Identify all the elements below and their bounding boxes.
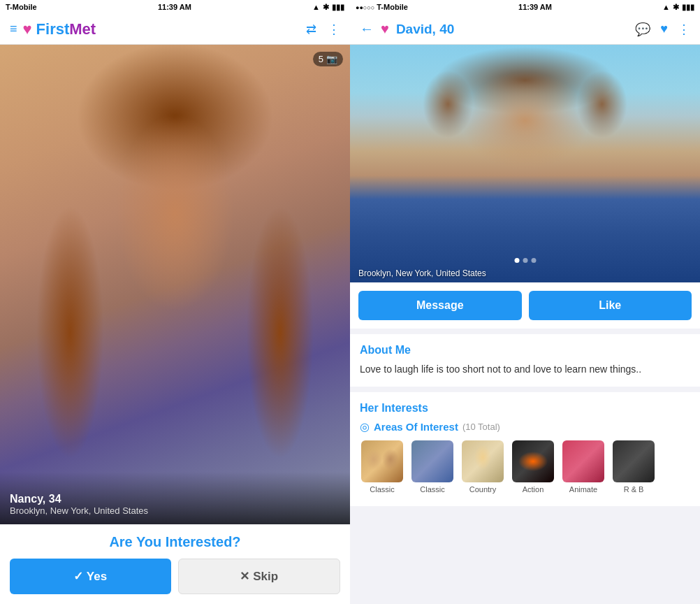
status-bar-right: ●●○○○ T-Mobile 11:39 AM ▲ ✱ ▮▮▮ [350,0,700,14]
interest-thumb-animate [562,440,604,482]
status-bar-left: T-Mobile 11:39 AM ▲ ✱ ▮▮▮ [0,0,350,14]
interest-label-rnb: R & B [624,485,644,494]
interests-header: ◎ Areas Of Interest (10 Total) [360,420,690,433]
time-left: 11:39 AM [158,3,191,11]
status-icons-left: ▲ ✱ ▮▮▮ [312,3,344,12]
interest-thumb-rnb [613,440,655,482]
like-button[interactable]: Like [529,291,692,320]
right-phone: ●●○○○ T-Mobile 11:39 AM ▲ ✱ ▮▮▮ ← ♥ Davi… [350,0,700,604]
profile-card-left: 5 📷 Nancy, 34 Brooklyn, New York, United… [0,45,350,524]
left-phone: T-Mobile 11:39 AM ▲ ✱ ▮▮▮ ≡ ♥ FirstMet ⇄… [0,0,350,604]
more-icon-right[interactable]: ⋮ [678,22,690,37]
profile-title: David, 40 [396,22,628,37]
action-buttons: ✓ Yes ✕ Skip [10,559,340,594]
bluetooth-icon: ✱ [323,3,329,12]
battery-icon-right: ▮▮▮ [682,3,694,12]
interest-grid: Classic Classic Country Action [360,440,690,496]
interests-count: (10 Total) [462,422,500,432]
profile-scroll[interactable]: Message Like About Me Love to laugh life… [350,282,700,604]
about-me-title: About Me [360,344,690,357]
interest-item: Action [511,440,555,494]
back-button[interactable]: ← [360,21,374,37]
message-button[interactable]: Message [358,291,522,320]
interest-item: Classic [360,440,404,494]
time-right: 11:39 AM [518,3,552,11]
profile-location-left: Brooklyn, New York, United States [10,505,340,516]
interest-item: R & B [611,440,656,494]
wifi-icon-right: ▲ [662,3,670,11]
areas-label: Areas Of Interest [374,421,458,433]
app-logo: ♥ FirstMet [23,20,306,38]
logo-heart-icon-right: ♥ [381,21,389,37]
interest-label-classic1: Classic [370,485,394,494]
interest-thumb-country [462,440,504,482]
interest-thumb-classic2 [411,440,453,482]
logo-heart-icon: ♥ [23,20,32,38]
profile-photo-area-right: Brooklyn, New York, United States [350,45,700,282]
interest-label-action: Action [523,485,544,494]
dot-1 [514,258,519,263]
dot-3 [531,258,536,263]
wifi-icon: ▲ [312,3,320,11]
action-row: Message Like [350,282,700,329]
carrier-left: T-Mobile [6,3,37,11]
photo-dots [514,258,536,263]
app-header-right: ← ♥ David, 40 💬 ♥ ⋮ [350,14,700,45]
interest-item: Animate [561,440,606,494]
profile-info-overlay: Nancy, 34 Brooklyn, New York, United Sta… [0,472,350,524]
interest-item: Country [460,440,505,494]
interests-title: Her Interests [360,402,690,415]
battery-icon: ▮▮▮ [332,3,344,12]
photo-count-badge: 5 📷 [313,52,343,66]
discover-bottom: Are You Interested? ✓ Yes ✕ Skip [0,524,350,604]
filter-icon[interactable]: ⇄ [306,22,316,37]
photo-count: 5 [319,54,323,64]
more-icon[interactable]: ⋮ [328,22,340,37]
about-me-section: About Me Love to laugh life is too short… [350,334,700,387]
header-icons-right: 💬 ♥ ⋮ [635,22,690,37]
interest-label-country: Country [469,485,497,494]
profile-name-left: Nancy, 34 [10,493,340,505]
interest-thumb-action [512,440,554,482]
heart-icon[interactable]: ♥ [660,22,668,36]
header-icons-left: ⇄ ⋮ [306,22,340,37]
camera-icon: 📷 [326,54,337,64]
chat-icon[interactable]: 💬 [635,22,650,37]
status-icons-right: ▲ ✱ ▮▮▮ [662,3,694,12]
carrier-right: ●●○○○ T-Mobile [356,3,408,11]
yes-button[interactable]: ✓ Yes [10,559,171,594]
about-me-body: Love to laugh life is too short not to a… [360,362,690,377]
photo-location: Brooklyn, New York, United States [358,268,486,278]
logo-text: FirstMet [36,20,96,38]
menu-icon[interactable]: ≡ [10,22,17,36]
interest-label-classic2: Classic [420,485,444,494]
app-header-left: ≡ ♥ FirstMet ⇄ ⋮ [0,14,350,45]
profile-photo-left[interactable] [0,45,350,524]
target-icon: ◎ [360,420,370,433]
interests-section: Her Interests ◎ Areas Of Interest (10 To… [350,392,700,506]
dot-2 [523,258,527,263]
interest-item: Classic [410,440,455,494]
skip-button[interactable]: ✕ Skip [178,559,341,594]
profile-photo-right[interactable] [350,45,700,282]
interested-question: Are You Interested? [10,534,340,550]
interest-label-animate: Animate [569,485,597,494]
bluetooth-icon-right: ✱ [673,3,679,12]
interest-thumb-classic1 [361,440,403,482]
